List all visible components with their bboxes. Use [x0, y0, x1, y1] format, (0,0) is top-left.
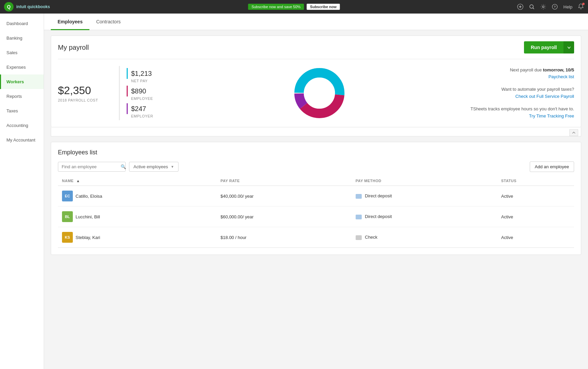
col-pay-method: PAY METHOD — [352, 176, 497, 186]
employee-amount: $890 — [131, 87, 146, 95]
list-controls: 🔍 Active employees ▼ Add an employee — [58, 161, 574, 172]
employer-bar — [127, 103, 128, 114]
run-payroll-dropdown-button[interactable] — [564, 41, 574, 53]
donut-chart — [173, 66, 466, 120]
brand-name: intuit quickbooks — [16, 4, 50, 9]
sidebar-item-sales[interactable]: Sales — [0, 45, 44, 60]
svg-text:Q: Q — [7, 4, 11, 9]
col-name[interactable]: NAME ▲ — [58, 176, 216, 186]
automate-text: Want to automate your payroll taxes? — [501, 87, 574, 92]
avatar: KS — [62, 232, 73, 243]
subscribe-banner: Subscribe now and save 50% Subscribe now — [248, 4, 340, 10]
employee-pay-rate: $18.00 / hour — [216, 227, 352, 248]
pay-method-icon — [356, 235, 362, 240]
sort-icon: ▲ — [76, 179, 80, 183]
main-content: Employees Contractors My payroll Run pay… — [44, 14, 588, 369]
settings-icon[interactable] — [540, 4, 546, 10]
tsheets-block: TSheets tracks employee hours so you don… — [470, 106, 574, 120]
employee-name-cell[interactable]: EC Catillo, Eloisa — [58, 186, 216, 207]
chevron-up-icon — [572, 132, 575, 134]
col-name-label: NAME — [62, 179, 74, 183]
employee-pay-method: Direct deposit — [352, 207, 497, 227]
employee-label: EMPLOYEE — [131, 96, 173, 101]
sidebar-item-banking[interactable]: Banking — [0, 31, 44, 45]
avatar: BL — [62, 211, 73, 222]
automate-taxes-block: Want to automate your payroll taxes? Che… — [501, 86, 574, 100]
employee-status: Active — [497, 207, 574, 227]
payroll-cost-amount: $2,350 — [58, 84, 119, 97]
employee-name: Catillo, Eloisa — [76, 194, 102, 199]
employee-pay-rate: $40,000.00/ year — [216, 186, 352, 207]
payroll-title: My payroll — [58, 44, 89, 51]
employee-table: NAME ▲ PAY RATE PAY METHOD STATUS EC Cat… — [58, 176, 574, 248]
breakdown-employer: $247 EMPLOYER — [127, 103, 173, 118]
payroll-cost: $2,350 2018 PAYROLL COST — [58, 66, 119, 120]
table-row[interactable]: KS Steblay, Kari $18.00 / hour Check Act… — [58, 227, 574, 248]
pay-method-icon — [356, 194, 362, 199]
employee-status: Active — [497, 186, 574, 207]
list-controls-left: 🔍 Active employees ▼ — [58, 162, 178, 172]
employee-pay-rate: $60,000.00/ year — [216, 207, 352, 227]
subscribe-badge: Subscribe now and save 50% — [248, 4, 304, 10]
employer-amount: $247 — [131, 105, 146, 113]
notification-dot — [582, 3, 585, 5]
payroll-cost-label: 2018 PAYROLL COST — [58, 98, 119, 102]
sidebar-item-workers[interactable]: Workers — [0, 74, 44, 89]
payroll-donut-svg — [292, 66, 346, 120]
net-pay-amount: $1,213 — [131, 70, 152, 78]
payroll-info-right: Next payroll due tomorrow, 10/5 Paycheck… — [466, 66, 574, 120]
employee-tbody: EC Catillo, Eloisa $40,000.00/ year Dire… — [58, 186, 574, 248]
employee-name-cell[interactable]: BL Lucchini, Bill — [58, 207, 216, 227]
employer-label: EMPLOYER — [131, 114, 173, 118]
employee-name: Steblay, Kari — [76, 235, 100, 240]
employees-list-section: Employees list 🔍 Active employees ▼ Add … — [51, 142, 581, 255]
topbar: Q intuit quickbooks Subscribe now and sa… — [0, 0, 588, 14]
search-input[interactable] — [62, 164, 119, 169]
search-icon[interactable] — [529, 4, 535, 10]
svg-line-6 — [533, 8, 534, 9]
tab-contractors[interactable]: Contractors — [89, 14, 127, 30]
full-service-link[interactable]: Check out Full Service Payroll — [516, 94, 574, 99]
payroll-breakdown: $1,213 NET PAY $890 EMPLOYEE — [119, 66, 173, 120]
next-payroll-text: Next payroll due — [510, 67, 542, 72]
collapse-button[interactable] — [569, 129, 578, 136]
next-payroll-block: Next payroll due tomorrow, 10/5 Paycheck… — [510, 67, 574, 81]
employee-status: Active — [497, 227, 574, 248]
paycheck-list-link[interactable]: Paycheck list — [548, 74, 574, 79]
table-row[interactable]: EC Catillo, Eloisa $40,000.00/ year Dire… — [58, 186, 574, 207]
quickbooks-logo-icon: Q — [4, 2, 14, 12]
time-tracking-link[interactable]: Try Time Tracking Free — [529, 113, 574, 118]
sidebar-item-dashboard[interactable]: Dashboard — [0, 16, 44, 31]
sidebar-item-taxes[interactable]: Taxes — [0, 104, 44, 118]
add-employee-button[interactable]: Add an employee — [530, 161, 574, 172]
sidebar-item-my-accountant[interactable]: My Accountant — [0, 133, 44, 147]
add-icon[interactable] — [517, 4, 523, 10]
app-layout: Dashboard Banking Sales Expenses Workers… — [0, 14, 588, 369]
sidebar-item-accounting[interactable]: Accounting — [0, 118, 44, 133]
help-circle-icon[interactable]: ? — [552, 4, 558, 10]
run-payroll-button[interactable]: Run payroll — [524, 41, 564, 53]
sidebar-item-reports[interactable]: Reports — [0, 89, 44, 104]
payroll-section: My payroll Run payroll $2,350 2018 PAYRO… — [51, 36, 581, 127]
search-wrapper[interactable]: 🔍 — [58, 162, 126, 172]
help-label[interactable]: Help — [563, 4, 572, 9]
sidebar-item-expenses[interactable]: Expenses — [0, 60, 44, 74]
breakdown-net-pay: $1,213 NET PAY — [127, 68, 173, 83]
employee-name-cell[interactable]: KS Steblay, Kari — [58, 227, 216, 248]
notification-icon[interactable] — [578, 3, 584, 10]
sidebar: Dashboard Banking Sales Expenses Workers… — [0, 14, 44, 369]
tab-bar: Employees Contractors — [44, 14, 588, 30]
tsheets-text: TSheets tracks employee hours so you don… — [470, 106, 574, 111]
filter-label: Active employees — [133, 164, 168, 169]
subscribe-now-button[interactable]: Subscribe now — [307, 4, 340, 10]
employees-list-title: Employees list — [58, 149, 574, 156]
col-pay-rate: PAY RATE — [216, 176, 352, 186]
employee-bar — [127, 86, 128, 96]
net-pay-bar — [127, 68, 128, 79]
table-row[interactable]: BL Lucchini, Bill $60,000.00/ year Direc… — [58, 207, 574, 227]
tab-employees[interactable]: Employees — [51, 14, 89, 30]
search-icon-small: 🔍 — [121, 164, 126, 169]
brand-logo[interactable]: Q intuit quickbooks — [4, 2, 50, 12]
breakdown-employee: $890 EMPLOYEE — [127, 86, 173, 101]
filter-dropdown[interactable]: Active employees ▼ — [129, 162, 178, 172]
